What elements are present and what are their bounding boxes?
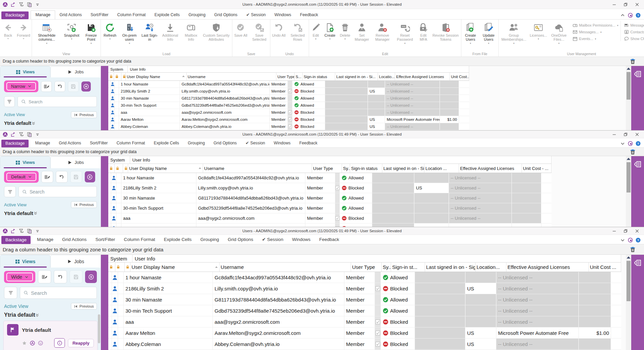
grid-scrollbar[interactable] (626, 66, 631, 131)
column-header-ind[interactable] (108, 262, 115, 272)
restore-button[interactable] (620, 228, 631, 234)
grid-scrollbar[interactable] (626, 156, 631, 227)
save-view-button[interactable] (70, 270, 83, 283)
previous-view-button[interactable]: Previous (71, 201, 97, 208)
scroll-up-icon[interactable] (626, 255, 631, 260)
reapply-button[interactable]: Reapply (68, 339, 94, 347)
favorite-star-icon[interactable] (22, 341, 27, 346)
tab-sort-filter[interactable]: Sort/Filter (86, 11, 113, 19)
watch-icon[interactable] (628, 13, 633, 18)
table-row[interactable]: 2186Lilly Smith 2Lilly.smith.copy@ovh.yt… (108, 283, 621, 294)
copy-icon[interactable] (27, 229, 32, 234)
view-selector-dropdown[interactable]: Narrow (6, 82, 36, 91)
table-row[interactable]: Abbey.ColemanAbbey.Coleman@ovh.ytria.ioM… (108, 123, 469, 130)
column-header-sync[interactable]: S... (295, 73, 303, 80)
copy-icon[interactable] (27, 132, 32, 137)
forward-button[interactable]: Forward (16, 21, 31, 40)
column-header-cost[interactable]: Unit Cost... (450, 73, 469, 80)
column-header-spare[interactable] (121, 73, 126, 80)
column-header-udn[interactable]: User Display Name (130, 262, 220, 272)
save-view-button[interactable] (70, 171, 82, 183)
tab-feedback[interactable]: Feedback (315, 235, 343, 244)
table-row[interactable]: aaaaaa@sygx2.onmicrosoft.comMemberBlocke… (108, 316, 621, 327)
tab-explode-cells[interactable]: Explode Cells (159, 235, 196, 244)
active-view-name-row[interactable]: Ytria default (0, 210, 101, 216)
tab-jobs[interactable]: Jobs (50, 156, 101, 168)
column-header-cost[interactable]: Unit Cost - ... (522, 164, 552, 173)
ribbon-button-undo-all[interactable]: Undo All (271, 21, 287, 37)
column-header-loc[interactable]: Location... (476, 262, 506, 272)
share-icon[interactable] (11, 229, 16, 234)
double-chevron-down-icon[interactable] (35, 313, 39, 317)
tab-feedback[interactable]: Feedback (295, 139, 322, 147)
ribbon-small-mailbox-permissions[interactable]: Mailbox Permissions...▾ (573, 23, 618, 28)
tab-column-format[interactable]: Column Format (112, 139, 149, 147)
tab-sort-filter[interactable]: Sort/Filter (85, 139, 112, 147)
ribbon-button-licenses[interactable]: Licenses...▾ (529, 21, 548, 40)
column-header-type[interactable]: User Type (312, 164, 342, 173)
add-view-button[interactable] (81, 81, 91, 92)
column-header-type[interactable]: User Type (276, 73, 295, 80)
ribbon-button-create-users[interactable]: Create Users▾ (462, 21, 479, 45)
share-icon[interactable] (11, 132, 16, 137)
column-header-signin[interactable]: Sign-in status (350, 164, 382, 173)
table-row[interactable]: 1 hour NamasteGc8daffc1fe434acd997a05543… (108, 272, 621, 283)
add-view-button[interactable] (85, 271, 97, 283)
tab-windows[interactable]: Windows (288, 235, 315, 244)
search-input[interactable]: Search (20, 287, 97, 299)
minimize-button[interactable] (609, 131, 619, 138)
tab-backstage[interactable]: Backstage (1, 236, 31, 244)
ribbon-button-remove-manager[interactable]: Remove Manager (372, 21, 393, 42)
info-button[interactable] (54, 338, 65, 348)
ribbon-small-messages[interactable]: Messages...▾ (573, 30, 618, 34)
table-row[interactable]: 30 min NamasteG8117193d7884404d8fa54dbba… (108, 95, 469, 102)
active-view-name-row[interactable]: Ytria default (0, 120, 101, 126)
clear-grouping-trash-button[interactable] (630, 149, 636, 155)
tab-sort-filter[interactable]: Sort/Filter (91, 235, 120, 244)
column-header-signin[interactable]: Sign-in status (303, 73, 335, 80)
ribbon-button-onedrive-files[interactable]: OneDrive Files...▾ (548, 21, 569, 45)
app-logo-icon[interactable] (3, 229, 8, 234)
minimize-button[interactable] (609, 228, 619, 234)
column-header-last[interactable]: Last signed in on - Si... (335, 73, 378, 80)
ribbon-button-show-hide-columns[interactable]: Show/Hide columns...▾ (33, 21, 61, 45)
restore-button[interactable] (620, 1, 631, 8)
close-button[interactable] (632, 228, 642, 234)
table-row[interactable]: aaaaaa@sygx2.onmicrosoft.comMemberBlocke… (108, 213, 552, 223)
filter-icon[interactable] (19, 229, 24, 234)
panel-expand-icon[interactable] (631, 259, 644, 267)
tab-grouping[interactable]: Grouping (183, 139, 209, 147)
active-view-name-row[interactable]: Ytria default (0, 312, 101, 318)
app-logo-icon[interactable] (3, 2, 8, 7)
clear-grouping-trash-button[interactable] (630, 58, 636, 65)
tab-grid-actions[interactable]: Grid Actions (58, 235, 91, 244)
edit-views-button[interactable] (41, 171, 53, 183)
tab-manage[interactable]: Manage (33, 235, 58, 244)
previous-view-button[interactable]: Previous (71, 303, 97, 310)
column-header-spare[interactable]: S (125, 262, 130, 272)
column-header-username[interactable]: Username (187, 73, 276, 80)
sidebar-scrollbar[interactable] (98, 314, 100, 343)
right-panel-toggle[interactable] (631, 66, 644, 131)
reset-view-button[interactable] (56, 171, 68, 183)
save-view-button[interactable] (68, 81, 79, 92)
qat-dropdown-icon[interactable] (35, 132, 40, 137)
tab-explode-cells[interactable]: Explode Cells (149, 139, 183, 147)
ribbon-button-save-selected[interactable]: Save Selected (249, 21, 269, 42)
tab-feedback[interactable]: Feedback (296, 11, 323, 19)
close-button[interactable] (632, 1, 642, 8)
tab-jobs[interactable]: Jobs (50, 255, 101, 268)
view-selector-dropdown[interactable]: Wide (6, 273, 33, 281)
clear-grouping-trash-button[interactable] (630, 246, 636, 253)
table-row[interactable]: 30-min Tech SupportGdbd753239df544f8a8e7… (108, 305, 621, 316)
table-row[interactable]: 30 min NamasteG8117193d7884404d8fa54dbba… (108, 294, 621, 305)
ribbon-button-edit-mfa[interactable]: Edit MFA (417, 21, 430, 42)
ribbon-button-reset-password[interactable]: ***Reset Password▾ (394, 21, 416, 45)
table-row[interactable]: Aarav MeltonAarav.Melton@sygx2.onmicroso… (108, 116, 469, 123)
reset-view-button[interactable] (54, 270, 67, 283)
tab-views[interactable]: Views (0, 66, 50, 77)
column-header-ind[interactable] (108, 73, 114, 80)
column-header-signin[interactable]: Sign-in st... (391, 262, 425, 272)
scrollbar-thumb[interactable] (627, 162, 631, 193)
column-header-person[interactable] (115, 262, 125, 272)
